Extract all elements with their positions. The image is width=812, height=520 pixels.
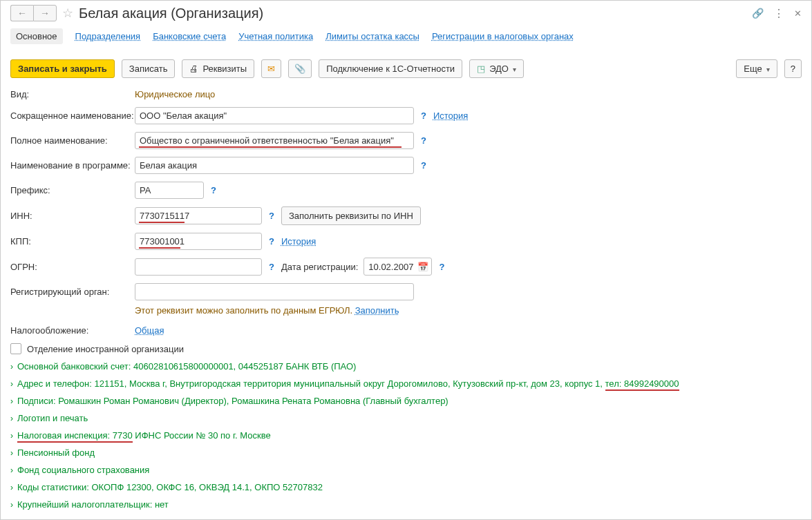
tab-policy[interactable]: Учетная политика [238, 28, 313, 44]
chevron-right-icon: › [10, 483, 13, 492]
tab-main[interactable]: Основное [10, 28, 63, 44]
chevron-right-icon: › [10, 396, 13, 406]
save-button[interactable]: Записать [122, 59, 176, 78]
foreign-branch-label: Отделение иностранной организации [27, 344, 184, 354]
calendar-icon[interactable]: 📅 [417, 262, 428, 272]
foreign-branch-checkbox[interactable] [10, 343, 21, 354]
taxation-label: Налогообложение: [10, 325, 135, 336]
kpp-label: КПП: [10, 236, 135, 247]
help-icon[interactable]: ? [439, 262, 444, 272]
tab-limits[interactable]: Лимиты остатка кассы [325, 28, 419, 44]
chevron-right-icon: › [10, 448, 13, 458]
prefix-input[interactable] [135, 182, 204, 199]
mail-icon [267, 64, 275, 74]
ogrn-label: ОГРН: [10, 262, 135, 272]
edo-icon [477, 64, 485, 74]
connect-1c-button[interactable]: Подключение к 1С-Отчетности [319, 59, 462, 78]
command-bar: Записать и закрыть Записать Реквизиты По… [10, 59, 802, 78]
chevron-right-icon: › [10, 362, 13, 372]
egrul-fill-link[interactable]: Заполнить [355, 305, 399, 316]
help-icon[interactable]: ? [421, 135, 426, 146]
history-link[interactable]: История [433, 110, 468, 121]
attach-button[interactable] [288, 59, 312, 78]
ogrn-input[interactable] [135, 258, 262, 276]
mail-button[interactable] [261, 59, 281, 78]
print-icon [189, 64, 198, 74]
egrul-hint: Этот реквизит можно заполнить по данным … [135, 305, 399, 316]
help-icon[interactable]: ? [211, 185, 216, 195]
expander-signatures[interactable]: › Подписи: Ромашкин Роман Романович (Дир… [10, 396, 802, 406]
help-icon[interactable]: ? [421, 110, 426, 121]
chevron-right-icon: › [10, 379, 13, 389]
expander-bank[interactable]: › Основной банковский счет: 406028106158… [10, 361, 802, 372]
caret-down-icon [513, 64, 516, 74]
help-icon[interactable]: ? [269, 211, 274, 221]
inn-label: ИНН: [10, 211, 135, 221]
help-icon[interactable]: ? [269, 236, 274, 247]
fullname-label: Полное наименование: [10, 135, 135, 146]
help-icon[interactable]: ? [269, 262, 274, 272]
regdate-label: Дата регистрации: [281, 262, 358, 272]
chevron-right-icon: › [10, 465, 13, 475]
chevron-right-icon: › [10, 500, 13, 510]
chevron-right-icon: › [10, 431, 13, 441]
requisites-button[interactable]: Реквизиты [182, 59, 254, 78]
regdate-input[interactable]: 10.02.2007 📅 [363, 258, 432, 276]
expander-largest[interactable]: › Крупнейший налогоплательщик: нет [10, 499, 802, 510]
progname-input[interactable] [135, 157, 414, 174]
kind-value: Юридическое лицо [135, 89, 215, 99]
chevron-right-icon: › [10, 414, 13, 423]
expander-social[interactable]: › Фонд социального страхования [10, 465, 802, 475]
expander-pension[interactable]: › Пенсионный фонд [10, 447, 802, 458]
close-icon[interactable] [794, 8, 802, 19]
edo-button[interactable]: ЭДО [469, 59, 524, 78]
clip-icon [294, 64, 305, 74]
help-button[interactable]: ? [784, 59, 802, 78]
progname-label: Наименование в программе: [10, 160, 135, 171]
fill-by-inn-button[interactable]: Заполнить реквизиты по ИНН [281, 206, 421, 225]
regdate-value: 10.02.2007 [368, 262, 413, 272]
expander-tax-inspection[interactable]: › Налоговая инспекция: 7730 ИФНС России … [10, 430, 802, 441]
tab-bank[interactable]: Банковские счета [153, 28, 226, 44]
help-icon[interactable]: ? [421, 160, 426, 171]
tab-tax-reg[interactable]: Регистрации в налоговых органах [432, 28, 574, 44]
prefix-label: Префикс: [10, 185, 135, 195]
favorite-star-icon[interactable]: ☆ [62, 6, 73, 21]
window-title: Белая акация (Организация) [79, 6, 752, 21]
nav-back-button[interactable]: ← [10, 5, 33, 21]
kpp-history-link[interactable]: История [281, 236, 316, 247]
kebab-menu-icon[interactable] [773, 7, 784, 20]
nav-forward-button[interactable]: → [33, 5, 57, 21]
taxation-link[interactable]: Общая [135, 325, 164, 336]
tab-divisions[interactable]: Подразделения [75, 28, 141, 44]
tax-insp-highlight: Налоговая инспекция: 7730 [17, 430, 133, 443]
regorg-input[interactable] [135, 283, 414, 300]
shortname-label: Сокращенное наименование: [10, 110, 135, 121]
expander-logo[interactable]: › Логотип и печать [10, 413, 802, 423]
more-button[interactable]: Еще [736, 59, 777, 78]
requisites-label: Реквизиты [202, 64, 247, 74]
more-label: Еще [744, 64, 762, 74]
shortname-input[interactable] [135, 107, 414, 124]
caret-down-icon [766, 64, 770, 74]
kind-label: Вид: [10, 89, 135, 99]
save-close-button[interactable]: Записать и закрыть [10, 59, 115, 78]
expander-stats[interactable]: › Коды статистики: ОКОПФ 12300, ОКФС 16,… [10, 482, 802, 492]
edo-label: ЭДО [489, 64, 509, 74]
link-icon[interactable] [752, 8, 764, 19]
regorg-label: Регистрирующий орган: [10, 287, 135, 297]
tabs-bar: Основное Подразделения Банковские счета … [10, 28, 802, 44]
expander-address[interactable]: › Адрес и телефон: 121151, Москва г, Вну… [10, 378, 802, 389]
phone-highlight: тел: 84992490000 [605, 378, 679, 391]
